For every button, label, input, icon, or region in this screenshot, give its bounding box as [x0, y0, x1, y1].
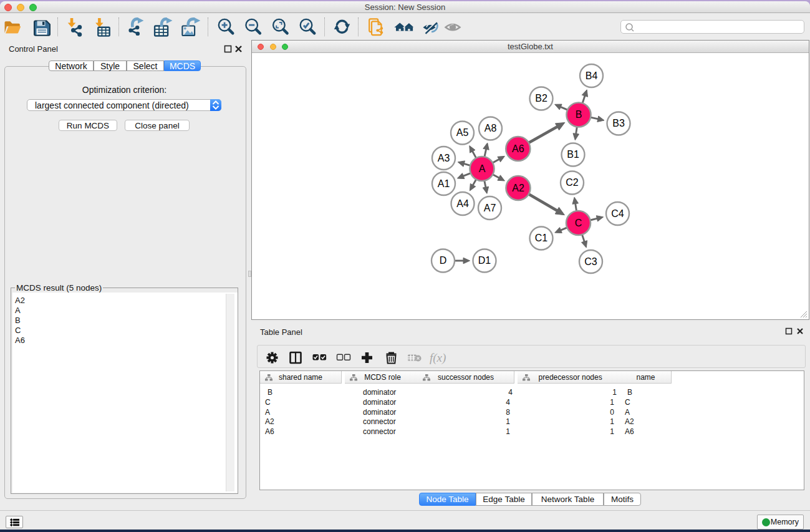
svg-text:A2: A2: [512, 183, 524, 193]
svg-text:C2: C2: [566, 177, 579, 188]
svg-text:B2: B2: [535, 93, 547, 104]
svg-text:A8: A8: [485, 123, 497, 133]
svg-text:D1: D1: [478, 255, 491, 266]
svg-text:C3: C3: [584, 256, 597, 267]
svg-text:A7: A7: [484, 203, 496, 213]
svg-text:B4: B4: [586, 70, 598, 81]
svg-text:C4: C4: [611, 208, 624, 219]
svg-text:B: B: [576, 109, 582, 120]
svg-text:C: C: [575, 218, 582, 228]
svg-text:A4: A4: [456, 198, 469, 209]
svg-text:A6: A6: [512, 143, 524, 154]
svg-text:C1: C1: [535, 233, 548, 243]
svg-text:A3: A3: [438, 153, 450, 163]
svg-text:B1: B1: [567, 149, 579, 160]
svg-text:D: D: [440, 255, 447, 266]
svg-text:A5: A5: [456, 127, 469, 138]
svg-text:A: A: [479, 163, 486, 174]
svg-text:B3: B3: [612, 118, 625, 128]
svg-text:A1: A1: [438, 178, 450, 189]
svg-text:f(x): f(x): [430, 351, 446, 365]
